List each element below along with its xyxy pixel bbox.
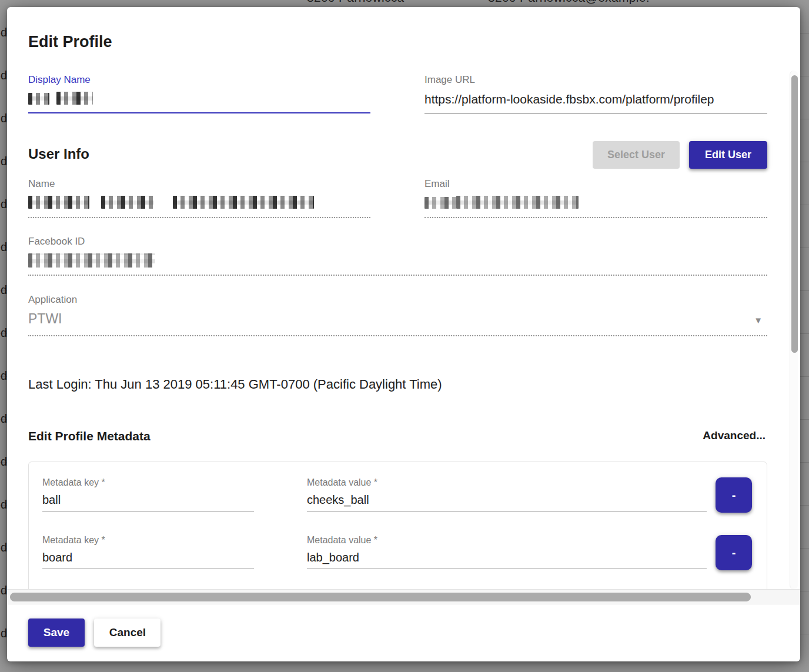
remove-metadata-button[interactable]: - xyxy=(716,535,752,570)
last-login-text: Last Login: Thu Jun 13 2019 05:11:45 GMT… xyxy=(28,377,442,392)
metadata-card: Metadata key * ball Metadata value * che… xyxy=(28,462,767,589)
name-redacted-value xyxy=(28,196,370,209)
background-table-name-cell: 3209 Parnowicca xyxy=(307,0,404,5)
metadata-row: Metadata key * ball Metadata value * che… xyxy=(42,477,754,526)
metadata-row: Metadata key * board Metadata value * la… xyxy=(42,535,754,583)
image-url-underline xyxy=(424,113,767,114)
vertical-scrollbar[interactable] xyxy=(790,71,798,589)
metadata-value-label: Metadata value * xyxy=(307,477,707,488)
metadata-key-field[interactable]: Metadata key * board xyxy=(42,535,254,569)
metadata-key-field[interactable]: Metadata key * ball xyxy=(42,477,254,511)
facebook-id-underline xyxy=(28,275,767,276)
name-label: Name xyxy=(28,178,370,190)
vertical-scrollbar-thumb[interactable] xyxy=(791,75,798,353)
metadata-value-field[interactable]: Metadata value * lab_board xyxy=(307,535,707,569)
application-select[interactable]: Application PTWI ▼ xyxy=(28,294,767,336)
dialog-scroll-content: Edit Profile Display Name Image URL http… xyxy=(7,7,800,589)
image-url-field[interactable]: Image URL https://platform-lookaside.fbs… xyxy=(424,74,767,114)
metadata-heading: Edit Profile Metadata xyxy=(28,429,767,443)
horizontal-scrollbar-thumb[interactable] xyxy=(10,593,751,601)
image-url-value: https://platform-lookaside.fbsbx.com/pla… xyxy=(424,92,767,106)
metadata-value-input[interactable]: cheeks_ball xyxy=(307,493,707,511)
email-underline xyxy=(424,217,767,218)
metadata-value-input[interactable]: lab_board xyxy=(307,551,707,569)
application-value: PTWI xyxy=(28,311,767,327)
remove-metadata-button[interactable]: - xyxy=(716,477,752,513)
select-user-button[interactable]: Select User xyxy=(593,141,680,169)
edit-user-button[interactable]: Edit User xyxy=(689,141,767,169)
display-name-underline xyxy=(28,112,370,113)
application-label: Application xyxy=(28,294,767,306)
name-underline xyxy=(28,217,370,218)
save-button[interactable]: Save xyxy=(28,618,85,647)
metadata-value-field[interactable]: Metadata value * cheeks_ball xyxy=(307,477,707,511)
metadata-key-input[interactable]: board xyxy=(42,551,254,569)
dialog-footer: Save Cancel xyxy=(28,618,161,647)
metadata-key-input[interactable]: ball xyxy=(42,493,254,511)
metadata-key-label: Metadata key * xyxy=(42,477,254,488)
background-table-row: 3209 Parnowicca 3209 Parnowicca@example. xyxy=(0,0,809,6)
facebook-id-redacted-value xyxy=(28,253,767,268)
metadata-bar: Edit Profile Metadata Advanced... xyxy=(28,429,767,443)
advanced-link[interactable]: Advanced... xyxy=(703,429,765,442)
application-underline xyxy=(28,335,767,336)
metadata-value-label: Metadata value * xyxy=(307,535,707,546)
facebook-id-field: Facebook ID xyxy=(28,236,767,276)
email-label: Email xyxy=(424,178,767,190)
edit-profile-dialog: Edit Profile Display Name Image URL http… xyxy=(7,7,800,661)
background-table-email-cell: 3209 Parnowicca@example. xyxy=(488,0,650,5)
cancel-button[interactable]: Cancel xyxy=(94,618,161,647)
display-name-redacted-value xyxy=(28,92,370,105)
email-redacted-value xyxy=(424,196,767,209)
horizontal-scrollbar[interactable] xyxy=(7,589,800,604)
user-info-bar: User Info Select User Edit User xyxy=(28,141,767,169)
display-name-field[interactable]: Display Name xyxy=(28,74,370,113)
chevron-down-icon: ▼ xyxy=(754,315,763,325)
user-info-heading: User Info xyxy=(28,146,89,162)
metadata-key-label: Metadata key * xyxy=(42,535,254,546)
facebook-id-label: Facebook ID xyxy=(28,236,767,248)
name-field: Name xyxy=(28,178,370,218)
image-url-label: Image URL xyxy=(424,74,767,86)
dialog-title: Edit Profile xyxy=(28,33,112,51)
email-field: Email xyxy=(424,178,767,218)
display-name-label: Display Name xyxy=(28,74,370,86)
